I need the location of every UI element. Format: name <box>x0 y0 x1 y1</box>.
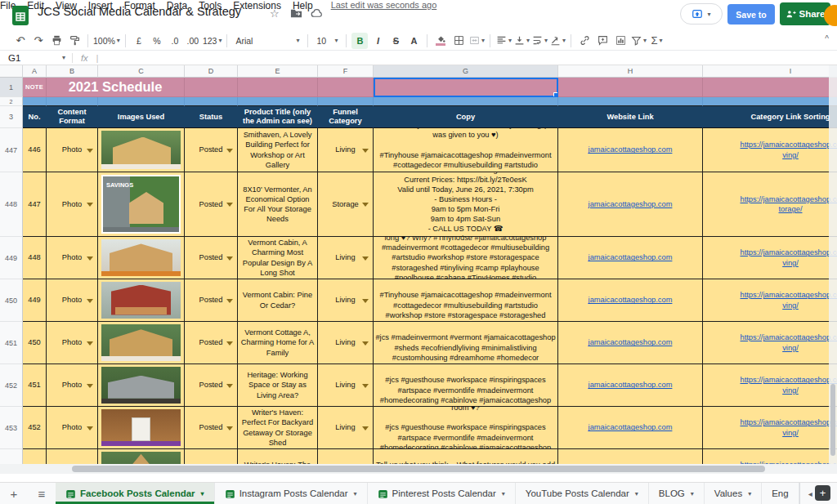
status-cell[interactable]: Posted <box>185 172 238 237</box>
format-cell[interactable]: Photo <box>47 237 98 279</box>
hide-toolbar-button[interactable]: ^ <box>825 34 829 43</box>
row-header[interactable]: 447 <box>0 128 23 172</box>
title-cell[interactable]: Vermont Cabin, A Charming Most Popular D… <box>238 237 318 279</box>
title-cell[interactable]: 8X10' Vermonter, An Economical Option Fo… <box>238 172 318 237</box>
tab-clipped[interactable]: Eng <box>762 483 799 504</box>
category-link[interactable]: https://jamaicacottageshop.co <box>741 417 837 427</box>
image-cell[interactable] <box>98 322 185 364</box>
header-copy[interactable]: Copy <box>374 106 558 128</box>
side-panel-button[interactable]: + <box>815 485 830 501</box>
dropdown-icon[interactable] <box>226 384 233 388</box>
move-folder-icon[interactable] <box>290 7 302 20</box>
category-link[interactable]: https://jamaicacottageshop.co <box>741 140 837 149</box>
website-link-cell[interactable]: jamaicacottageshop.com <box>558 128 703 172</box>
col-header-d[interactable]: D <box>185 65 238 78</box>
category-link[interactable]: ving/ <box>782 343 799 353</box>
note-cell[interactable]: NOTE <box>23 78 47 97</box>
row-header[interactable]: 453 <box>0 407 23 449</box>
format-cell[interactable]: Photo <box>47 364 98 407</box>
category-link[interactable]: https://jamaicacottageshop.co <box>741 194 837 204</box>
row-header[interactable]: 450 <box>0 279 23 322</box>
col-header-e[interactable]: E <box>238 65 318 78</box>
dropdown-icon[interactable] <box>87 426 93 430</box>
print-button[interactable] <box>48 33 65 49</box>
funnel-cell[interactable]: Storage <box>318 172 374 237</box>
zoom-select[interactable]: 100%▾ <box>93 33 120 49</box>
no-cell[interactable]: 450 <box>23 322 47 364</box>
fill-color-button[interactable] <box>432 33 449 49</box>
funnel-cell[interactable]: Living <box>318 449 374 464</box>
row-header-1[interactable]: 1 <box>0 78 23 97</box>
title-cell[interactable]: Vermont Cottage A, Charming Home for A F… <box>238 322 318 364</box>
row-header[interactable]: 451 <box>0 322 23 364</box>
website-link[interactable]: jamaicacottageshop.com <box>589 380 673 390</box>
copy-cell[interactable]: Tell us what you think... What would you… <box>374 407 558 449</box>
category-link[interactable]: https://jamaicacottageshop.co <box>741 332 837 342</box>
functions-button[interactable]: Σ▾ <box>648 33 665 49</box>
cell-d2[interactable] <box>185 97 238 106</box>
schedule-title-cell[interactable]: 2021 Schedule <box>47 78 185 97</box>
undo-button[interactable]: ↶ <box>12 33 29 49</box>
category-link[interactable]: https://jamaicacottageshop.co <box>741 290 837 300</box>
dropdown-icon[interactable] <box>87 203 93 207</box>
dropdown-icon[interactable] <box>362 203 369 207</box>
category-link-cell[interactable]: https://jamaicacottageshop.coving/ <box>703 128 837 172</box>
dropdown-icon[interactable] <box>87 299 93 303</box>
category-link[interactable]: ving/ <box>782 301 799 310</box>
tab-values[interactable]: Values ▾ <box>705 483 762 504</box>
tab-pinterest-posts-calendar[interactable]: Pinterest Posts Calendar ▾ <box>368 483 516 504</box>
col-header-c[interactable]: C <box>98 65 185 78</box>
header-content-format[interactable]: Content Format <box>47 106 98 128</box>
image-cell[interactable] <box>98 449 185 464</box>
filter-button[interactable]: ▾ <box>630 33 647 49</box>
dropdown-icon[interactable] <box>362 256 369 261</box>
col-header-i[interactable]: I <box>703 65 837 78</box>
image-cell[interactable] <box>98 407 185 449</box>
sheets-logo-icon[interactable] <box>10 5 31 26</box>
currency-format-button[interactable]: £ <box>131 33 147 49</box>
save-to-button[interactable]: Save to <box>727 4 775 25</box>
copy-cell[interactable]: Hot Summer Savings Current Prices: https… <box>374 172 558 237</box>
status-cell[interactable]: Posted <box>185 407 238 449</box>
share-button[interactable]: Share <box>780 2 830 25</box>
more-formats-button[interactable]: 123▾ <box>203 33 222 49</box>
title-cell[interactable]: Smithaven, A Lovely Building Perfect for… <box>238 128 318 172</box>
copy-cell[interactable]: Tell us what you think... What features … <box>374 449 558 464</box>
category-link-cell[interactable]: https://jamaicacottageshop.coving/ <box>703 407 837 449</box>
vertical-align-button[interactable]: ▾ <box>513 33 530 49</box>
vertical-scrollbar-thumb[interactable] <box>830 384 835 456</box>
cell-e1[interactable] <box>238 78 318 97</box>
image-cell[interactable] <box>98 364 185 407</box>
header-images-used[interactable]: Images Used <box>98 106 185 128</box>
dropdown-icon[interactable] <box>87 341 93 346</box>
category-link-cell[interactable]: https://jamaicacottageshop.coving/ <box>703 279 837 322</box>
category-link[interactable]: ving/ <box>782 386 799 395</box>
website-link-cell[interactable]: jamaicacottageshop.com <box>558 364 703 407</box>
merge-cells-button[interactable]: ▾ <box>468 33 485 49</box>
header-category-link[interactable]: Category Link Sorting <box>703 106 837 128</box>
copy-cell[interactable]: Tell us what you would do with this love… <box>374 128 558 172</box>
col-header-h[interactable]: H <box>558 65 703 78</box>
no-cell[interactable]: 449 <box>23 279 47 322</box>
website-link[interactable]: jamaicacottageshop.com <box>589 252 673 262</box>
cell-i1[interactable] <box>703 78 837 97</box>
text-rotation-button[interactable]: ▾ <box>549 33 566 49</box>
category-link[interactable]: torage/ <box>779 204 803 214</box>
header-funnel-category[interactable]: Funnel Category <box>318 106 374 128</box>
formula-input[interactable]: | <box>96 53 99 63</box>
text-wrap-button[interactable]: ▾ <box>531 33 548 49</box>
font-select[interactable]: Arial▾ <box>232 33 302 49</box>
dropdown-icon[interactable] <box>226 426 233 430</box>
header-no[interactable]: No. <box>23 106 47 128</box>
strikethrough-button[interactable]: S <box>387 33 404 49</box>
website-link[interactable]: jamaicacottageshop.com <box>589 199 673 209</box>
horizontal-scrollbar-thumb[interactable] <box>72 466 765 472</box>
cell-b2[interactable] <box>47 97 98 106</box>
name-box[interactable]: G1 ▾ <box>0 53 72 63</box>
row-header[interactable]: 452 <box>0 364 23 407</box>
col-header-g-selected[interactable]: G <box>374 65 558 78</box>
funnel-cell[interactable]: Living <box>318 364 374 407</box>
status-cell[interactable]: Posted <box>185 237 238 279</box>
cell-g2[interactable] <box>374 97 558 106</box>
star-icon[interactable]: ☆ <box>270 7 282 20</box>
